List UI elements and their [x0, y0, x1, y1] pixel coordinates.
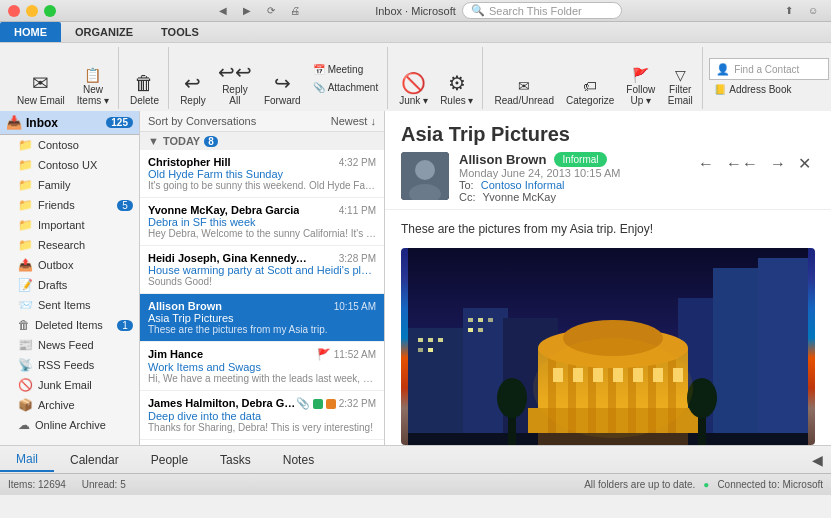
status-bar: Items: 12694 Unread: 5 All folders are u… — [0, 473, 831, 495]
expand-nav-button[interactable]: ◀ — [804, 452, 831, 468]
collapse-btn[interactable]: ⬆ — [779, 4, 799, 18]
email-preview: It's going to be sunny this weekend. Old… — [148, 180, 376, 191]
email-sender: Yvonne McKay, Debra Garcia — [148, 204, 299, 216]
category-orange — [326, 399, 336, 409]
attachment-button[interactable]: 📎 Attachment — [308, 79, 384, 96]
svg-rect-17 — [478, 318, 483, 322]
address-book-button[interactable]: 📒 Address Book — [709, 81, 829, 98]
email-row1: Allison Brown 10:15 AM — [148, 300, 376, 312]
sidebar-item-archive[interactable]: 📦 Archive — [0, 395, 139, 415]
email-list: Sort by Conversations Newest ↓ ▼ TODAY 8… — [140, 111, 385, 445]
email-item-christopher[interactable]: Christopher Hill 4:32 PM Old Hyde Farm t… — [140, 150, 384, 198]
email-item-james[interactable]: James Halmilton, Debra Garcia 📎 2:32 PM … — [140, 391, 384, 440]
junk-icon: 🚫 — [401, 73, 426, 93]
nav-notes[interactable]: Notes — [267, 449, 330, 471]
prev-all-button[interactable]: ←← — [722, 153, 762, 175]
filter-email-button[interactable]: ▽ FilterEmail — [662, 65, 698, 109]
meeting-button[interactable]: 📅 Meeting — [308, 61, 384, 78]
title-search-box[interactable]: 🔍 Search This Folder — [462, 2, 622, 19]
sidebar-item-family[interactable]: 📁 Family — [0, 175, 139, 195]
tab-home[interactable]: HOME — [0, 22, 61, 42]
toolbar-icon-4[interactable]: 🖨 — [285, 4, 305, 18]
title-bar: ◀ ▶ ⟳ 🖨 Inbox · Microsoft 🔍 Search This … — [0, 0, 831, 22]
sidebar-item-sent[interactable]: 📨 Sent Items — [0, 295, 139, 315]
folder-icon: 📁 — [18, 158, 33, 172]
email-detail-cc: Cc: Yvonne McKay — [459, 191, 684, 203]
sidebar-item-deleted[interactable]: 🗑 Deleted Items 1 — [0, 315, 139, 335]
rules-button[interactable]: ⚙ Rules ▾ — [435, 70, 478, 109]
find-contact-icon: 👤 — [716, 63, 730, 76]
emoji-btn[interactable]: ☺ — [803, 4, 823, 18]
delete-icon: 🗑 — [134, 73, 154, 93]
sidebar-item-important[interactable]: 📁 Important — [0, 215, 139, 235]
toolbar-icon-2[interactable]: ▶ — [237, 4, 257, 18]
reply-button[interactable]: ↩ Reply — [175, 70, 211, 109]
flag-icon: 🚩 — [317, 348, 331, 361]
email-detail-header: Asia Trip Pictures Allison Brown Infor — [385, 111, 831, 210]
svg-rect-18 — [488, 318, 493, 322]
nav-mail[interactable]: Mail — [0, 448, 54, 472]
sidebar-item-friends[interactable]: 📁 Friends 5 — [0, 195, 139, 215]
new-items-icon: 📋 — [84, 68, 101, 82]
sidebar-item-label: Contoso UX — [38, 159, 97, 171]
sidebar-item-contoso[interactable]: 📁 Contoso — [0, 135, 139, 155]
sidebar-item-junk[interactable]: 🚫 Junk Email — [0, 375, 139, 395]
tab-tools[interactable]: TOOLS — [147, 22, 213, 42]
find-contact-input[interactable]: 👤 Find a Contact — [709, 58, 829, 80]
read-unread-button[interactable]: ✉ Read/Unread — [489, 76, 558, 109]
toolbar-icon-3[interactable]: ⟳ — [261, 4, 281, 18]
email-item-heidi[interactable]: Heidi Joseph, Gina Kennedy, Raiph Stamm,… — [140, 246, 384, 294]
sidebar-item-rss[interactable]: 📡 RSS Feeds — [0, 355, 139, 375]
tab-organize[interactable]: ORGANIZE — [61, 22, 147, 42]
nav-people[interactable]: People — [135, 449, 204, 471]
delete-button[interactable]: 🗑 Delete — [125, 70, 164, 109]
sidebar-item-outbox[interactable]: 📤 Outbox — [0, 255, 139, 275]
email-time: 3:28 PM — [339, 253, 376, 264]
email-item-jim[interactable]: Jim Hance 🚩 11:52 AM Work Items and Swag… — [140, 342, 384, 391]
toolbar-icon-1[interactable]: ◀ — [213, 4, 233, 18]
cc-label: Cc: — [459, 191, 476, 203]
sidebar-item-drafts[interactable]: 📝 Drafts — [0, 275, 139, 295]
sidebar-item-online-archive[interactable]: ☁ Online Archive — [0, 415, 139, 435]
follow-up-button[interactable]: 🚩 FollowUp ▾ — [621, 65, 660, 109]
new-email-button[interactable]: ✉ New Email — [12, 70, 70, 109]
prev-email-button[interactable]: ← — [694, 153, 718, 175]
sidebar-item-newsfeed[interactable]: 📰 News Feed — [0, 335, 139, 355]
email-time: 11:52 AM — [334, 349, 376, 360]
minimize-button[interactable] — [26, 5, 38, 17]
svg-point-42 — [497, 378, 527, 418]
ribbon-group-find: 👤 Find a Contact 📒 Address Book — [705, 47, 831, 109]
sidebar-item-label: Sent Items — [38, 299, 91, 311]
categorize-button[interactable]: 🏷 Categorize — [561, 76, 619, 109]
email-item-yvonne[interactable]: Yvonne McKay, Debra Garcia 4:11 PM Debra… — [140, 198, 384, 246]
nav-calendar[interactable]: Calendar — [54, 449, 135, 471]
forward-button[interactable]: ↪ Forward — [259, 70, 306, 109]
reply-icon: ↩ — [184, 73, 201, 93]
email-detail-sender: Allison Brown — [459, 152, 546, 167]
close-button[interactable] — [8, 5, 20, 17]
email-time: 4:11 PM — [339, 205, 376, 216]
sidebar-item-contoso-ux[interactable]: 📁 Contoso UX — [0, 155, 139, 175]
maximize-button[interactable] — [44, 5, 56, 17]
nav-tasks[interactable]: Tasks — [204, 449, 267, 471]
new-items-button[interactable]: 📋 NewItems ▾ — [72, 65, 114, 109]
newest-button[interactable]: Newest ↓ — [331, 115, 376, 127]
next-email-button[interactable]: → — [766, 153, 790, 175]
sidebar-item-research[interactable]: 📁 Research — [0, 235, 139, 255]
close-email-button[interactable]: ✕ — [794, 152, 815, 175]
email-item-miles[interactable]: Miles Reid 📅 9:30 AM Summer Intern Talks… — [140, 440, 384, 445]
sidebar-item-label: News Feed — [38, 339, 94, 351]
svg-point-45 — [533, 338, 693, 438]
folder-icon: 📁 — [18, 138, 33, 152]
to-value: Contoso Informal — [481, 179, 565, 191]
reply-all-button[interactable]: ↩↩ ReplyAll — [213, 59, 257, 109]
sidebar-inbox[interactable]: 📥 Inbox 125 — [0, 111, 139, 135]
email-row1: Yvonne McKay, Debra Garcia 4:11 PM — [148, 204, 376, 216]
items-count: Items: 12694 — [8, 479, 66, 490]
search-icon: 🔍 — [471, 4, 485, 17]
junk-button[interactable]: 🚫 Junk ▾ — [394, 70, 433, 109]
email-item-allison[interactable]: Allison Brown 10:15 AM Asia Trip Picture… — [140, 294, 384, 342]
email-preview: These are the pictures from my Asia trip… — [148, 324, 376, 335]
email-row1: James Halmilton, Debra Garcia 📎 2:32 PM — [148, 397, 376, 410]
sort-button[interactable]: Sort by Conversations — [148, 115, 256, 127]
